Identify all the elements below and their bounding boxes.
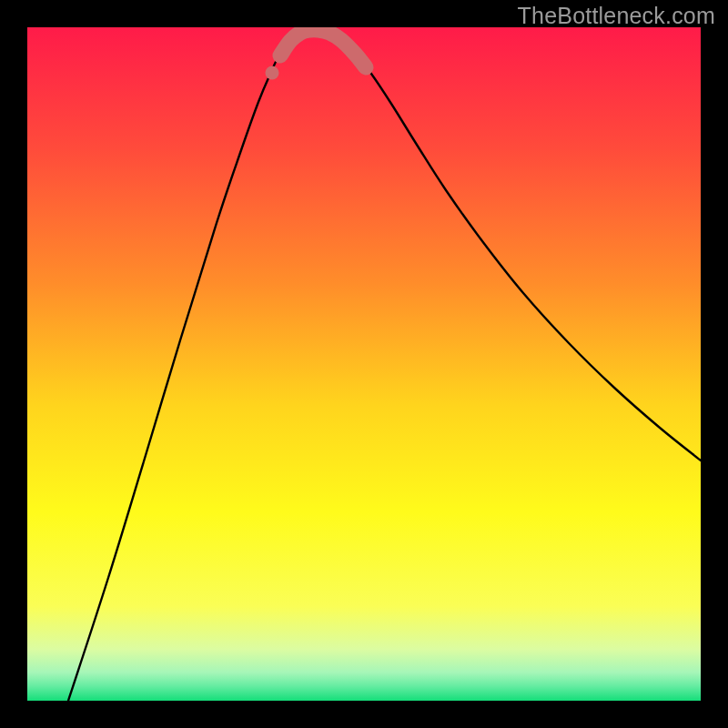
gradient-background [27, 27, 701, 701]
lead-dot [266, 66, 279, 80]
watermark-text: TheBottleneck.com [518, 3, 715, 29]
bottleneck-chart [27, 27, 701, 701]
chart-frame [27, 27, 701, 701]
